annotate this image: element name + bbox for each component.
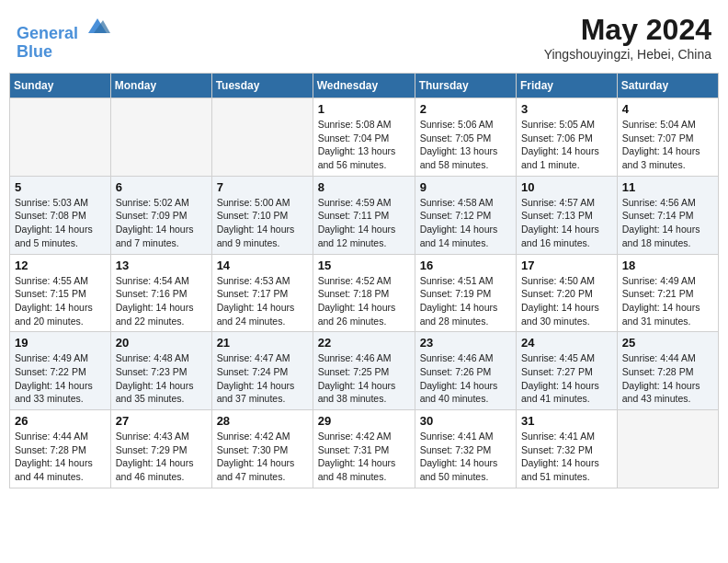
column-header-monday: Monday xyxy=(110,74,211,98)
day-info: Sunrise: 4:57 AMSunset: 7:13 PMDaylight:… xyxy=(521,196,612,250)
day-number: 4 xyxy=(622,102,713,116)
day-number: 1 xyxy=(318,102,410,116)
day-number: 24 xyxy=(521,336,612,350)
calendar-day-22: 22Sunrise: 4:46 AMSunset: 7:25 PMDayligh… xyxy=(313,332,415,410)
day-number: 20 xyxy=(116,336,207,350)
day-info: Sunrise: 4:59 AMSunset: 7:11 PMDaylight:… xyxy=(318,196,410,250)
day-info: Sunrise: 4:41 AMSunset: 7:32 PMDaylight:… xyxy=(420,430,511,484)
page-header: General Blue May 2024 Yingshouyingzi, He… xyxy=(9,9,719,65)
calendar-day-19: 19Sunrise: 4:49 AMSunset: 7:22 PMDayligh… xyxy=(10,332,111,410)
calendar-header-row: SundayMondayTuesdayWednesdayThursdayFrid… xyxy=(10,74,719,98)
day-info: Sunrise: 4:52 AMSunset: 7:18 PMDaylight:… xyxy=(318,274,410,328)
calendar-day-5: 5Sunrise: 5:03 AMSunset: 7:08 PMDaylight… xyxy=(10,176,111,254)
logo-text: General xyxy=(17,13,110,43)
calendar-day-27: 27Sunrise: 4:43 AMSunset: 7:29 PMDayligh… xyxy=(110,410,211,488)
calendar-day-11: 11Sunrise: 4:56 AMSunset: 7:14 PMDayligh… xyxy=(617,176,718,254)
calendar-day-29: 29Sunrise: 4:42 AMSunset: 7:31 PMDayligh… xyxy=(313,410,415,488)
day-info: Sunrise: 4:56 AMSunset: 7:14 PMDaylight:… xyxy=(622,196,713,250)
day-number: 18 xyxy=(622,259,713,272)
calendar-day-9: 9Sunrise: 4:58 AMSunset: 7:12 PMDaylight… xyxy=(415,176,516,254)
day-info: Sunrise: 4:54 AMSunset: 7:16 PMDaylight:… xyxy=(116,274,207,328)
day-info: Sunrise: 4:49 AMSunset: 7:21 PMDaylight:… xyxy=(622,274,713,328)
day-number: 13 xyxy=(116,259,207,272)
day-number: 10 xyxy=(521,180,612,194)
day-info: Sunrise: 4:44 AMSunset: 7:28 PMDaylight:… xyxy=(15,430,106,484)
calendar-day-2: 2Sunrise: 5:06 AMSunset: 7:05 PMDaylight… xyxy=(415,98,516,177)
day-info: Sunrise: 5:04 AMSunset: 7:07 PMDaylight:… xyxy=(622,118,713,172)
day-info: Sunrise: 4:43 AMSunset: 7:29 PMDaylight:… xyxy=(116,430,207,484)
column-header-wednesday: Wednesday xyxy=(313,74,415,98)
calendar-week-row: 1Sunrise: 5:08 AMSunset: 7:04 PMDaylight… xyxy=(10,98,719,177)
calendar-week-row: 5Sunrise: 5:03 AMSunset: 7:08 PMDaylight… xyxy=(10,176,719,254)
day-info: Sunrise: 4:53 AMSunset: 7:17 PMDaylight:… xyxy=(217,274,308,328)
day-number: 25 xyxy=(622,336,713,350)
day-number: 9 xyxy=(420,180,511,194)
column-header-saturday: Saturday xyxy=(617,74,718,98)
day-number: 7 xyxy=(217,180,308,194)
column-header-tuesday: Tuesday xyxy=(211,74,313,98)
day-info: Sunrise: 4:48 AMSunset: 7:23 PMDaylight:… xyxy=(116,351,207,406)
day-number: 2 xyxy=(420,102,511,116)
calendar-day-1: 1Sunrise: 5:08 AMSunset: 7:04 PMDaylight… xyxy=(313,98,415,177)
day-info: Sunrise: 4:49 AMSunset: 7:22 PMDaylight:… xyxy=(15,351,106,406)
calendar-day-24: 24Sunrise: 4:45 AMSunset: 7:27 PMDayligh… xyxy=(517,332,618,410)
logo-icon xyxy=(85,13,110,39)
day-number: 17 xyxy=(521,259,612,272)
calendar-day-28: 28Sunrise: 4:42 AMSunset: 7:30 PMDayligh… xyxy=(211,410,313,488)
calendar-day-30: 30Sunrise: 4:41 AMSunset: 7:32 PMDayligh… xyxy=(415,410,516,488)
calendar-day-20: 20Sunrise: 4:48 AMSunset: 7:23 PMDayligh… xyxy=(110,332,211,410)
calendar-table: SundayMondayTuesdayWednesdayThursdayFrid… xyxy=(9,73,719,488)
day-info: Sunrise: 4:55 AMSunset: 7:15 PMDaylight:… xyxy=(15,274,106,328)
day-info: Sunrise: 4:41 AMSunset: 7:32 PMDaylight:… xyxy=(521,430,612,484)
calendar-day-31: 31Sunrise: 4:41 AMSunset: 7:32 PMDayligh… xyxy=(517,410,618,488)
calendar-empty-cell xyxy=(617,410,718,488)
calendar-day-18: 18Sunrise: 4:49 AMSunset: 7:21 PMDayligh… xyxy=(617,254,718,332)
day-info: Sunrise: 5:05 AMSunset: 7:06 PMDaylight:… xyxy=(521,118,612,172)
day-number: 21 xyxy=(217,336,308,350)
calendar-day-17: 17Sunrise: 4:50 AMSunset: 7:20 PMDayligh… xyxy=(517,254,618,332)
day-number: 30 xyxy=(420,414,511,428)
column-header-friday: Friday xyxy=(517,74,618,98)
day-number: 15 xyxy=(318,259,410,272)
day-number: 26 xyxy=(15,414,106,428)
day-info: Sunrise: 4:46 AMSunset: 7:25 PMDaylight:… xyxy=(318,351,410,406)
day-number: 28 xyxy=(217,414,308,428)
day-number: 12 xyxy=(15,259,106,272)
calendar-day-15: 15Sunrise: 4:52 AMSunset: 7:18 PMDayligh… xyxy=(313,254,415,332)
day-info: Sunrise: 4:42 AMSunset: 7:31 PMDaylight:… xyxy=(318,430,410,484)
day-info: Sunrise: 5:06 AMSunset: 7:05 PMDaylight:… xyxy=(420,118,511,172)
day-number: 5 xyxy=(15,180,106,194)
calendar-day-16: 16Sunrise: 4:51 AMSunset: 7:19 PMDayligh… xyxy=(415,254,516,332)
calendar-day-13: 13Sunrise: 4:54 AMSunset: 7:16 PMDayligh… xyxy=(110,254,211,332)
day-info: Sunrise: 4:44 AMSunset: 7:28 PMDaylight:… xyxy=(622,351,713,406)
calendar-week-row: 26Sunrise: 4:44 AMSunset: 7:28 PMDayligh… xyxy=(10,410,719,488)
calendar-day-23: 23Sunrise: 4:46 AMSunset: 7:26 PMDayligh… xyxy=(415,332,516,410)
day-number: 27 xyxy=(116,414,207,428)
column-header-sunday: Sunday xyxy=(10,74,111,98)
day-info: Sunrise: 4:58 AMSunset: 7:12 PMDaylight:… xyxy=(420,196,511,250)
day-info: Sunrise: 4:47 AMSunset: 7:24 PMDaylight:… xyxy=(217,351,308,406)
calendar-day-4: 4Sunrise: 5:04 AMSunset: 7:07 PMDaylight… xyxy=(617,98,718,177)
day-info: Sunrise: 5:08 AMSunset: 7:04 PMDaylight:… xyxy=(318,118,410,172)
calendar-empty-cell xyxy=(110,98,211,177)
column-header-thursday: Thursday xyxy=(415,74,516,98)
day-number: 6 xyxy=(116,180,207,194)
calendar-week-row: 19Sunrise: 4:49 AMSunset: 7:22 PMDayligh… xyxy=(10,332,719,410)
day-info: Sunrise: 5:00 AMSunset: 7:10 PMDaylight:… xyxy=(217,196,308,250)
calendar-day-3: 3Sunrise: 5:05 AMSunset: 7:06 PMDaylight… xyxy=(517,98,618,177)
day-info: Sunrise: 4:51 AMSunset: 7:19 PMDaylight:… xyxy=(420,274,511,328)
logo: General Blue xyxy=(17,13,110,62)
month-title: May 2024 xyxy=(544,13,711,47)
logo-general: General xyxy=(17,24,78,42)
day-info: Sunrise: 4:42 AMSunset: 7:30 PMDaylight:… xyxy=(217,430,308,484)
calendar-empty-cell xyxy=(211,98,313,177)
day-number: 29 xyxy=(318,414,410,428)
calendar-week-row: 12Sunrise: 4:55 AMSunset: 7:15 PMDayligh… xyxy=(10,254,719,332)
calendar-day-10: 10Sunrise: 4:57 AMSunset: 7:13 PMDayligh… xyxy=(517,176,618,254)
calendar-day-26: 26Sunrise: 4:44 AMSunset: 7:28 PMDayligh… xyxy=(10,410,111,488)
calendar-day-7: 7Sunrise: 5:00 AMSunset: 7:10 PMDaylight… xyxy=(211,176,313,254)
location: Yingshouyingzi, Hebei, China xyxy=(544,47,711,62)
day-number: 14 xyxy=(217,259,308,272)
day-info: Sunrise: 4:50 AMSunset: 7:20 PMDaylight:… xyxy=(521,274,612,328)
day-number: 31 xyxy=(521,414,612,428)
